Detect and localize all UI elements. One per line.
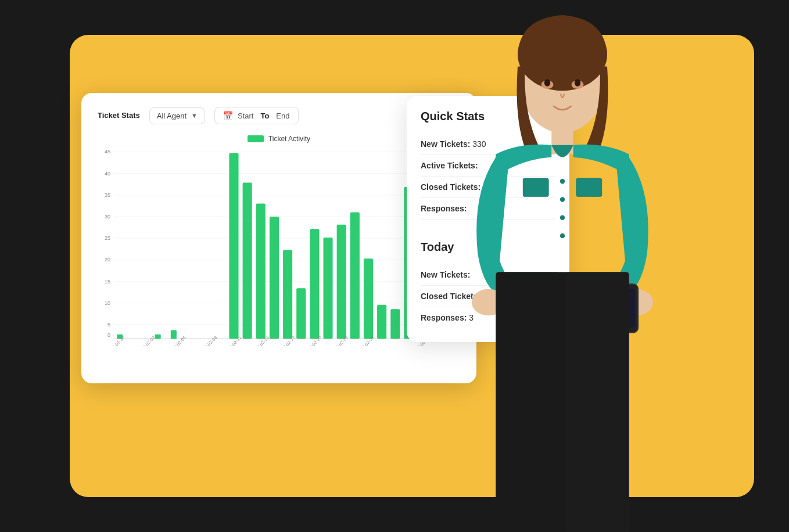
chevron-down-icon: ▼: [191, 112, 198, 119]
svg-rect-22: [171, 330, 177, 339]
svg-rect-34: [377, 305, 386, 339]
svg-text:2023-02-08: 2023-02-08: [199, 335, 218, 346]
svg-rect-32: [350, 212, 360, 339]
svg-point-57: [560, 179, 565, 184]
legend-color-box: [248, 135, 264, 142]
person-svg: [429, 0, 696, 532]
agent-select-dropdown[interactable]: All Agent ▼: [149, 107, 205, 124]
svg-rect-33: [364, 258, 373, 339]
person-image: [429, 0, 696, 532]
svg-text:25: 25: [105, 235, 110, 241]
date-to-label: To: [260, 112, 269, 120]
svg-rect-23: [229, 153, 238, 339]
svg-rect-25: [256, 204, 266, 339]
svg-rect-35: [390, 309, 400, 339]
ticket-stats-label: Ticket Stats: [98, 111, 140, 120]
svg-rect-28: [296, 288, 306, 339]
chart-area: Ticket Activity 45 40 35 30 25 20 15 10 …: [98, 135, 460, 367]
agent-select-value: All Agent: [157, 112, 187, 120]
svg-text:15: 15: [105, 278, 110, 284]
svg-rect-69: [565, 272, 629, 532]
svg-text:0: 0: [107, 332, 110, 338]
svg-point-55: [575, 79, 580, 86]
date-end-placeholder: End: [276, 112, 289, 120]
date-start-placeholder: Start: [238, 112, 253, 120]
svg-rect-21: [155, 335, 161, 339]
svg-rect-62: [576, 178, 602, 196]
card-header: Ticket Stats All Agent ▼ 📅 Start To End: [98, 107, 460, 124]
svg-rect-29: [310, 229, 319, 339]
svg-point-58: [560, 197, 565, 202]
bar-chart: 45 40 35 30 25 20 15 10 5 0: [98, 149, 460, 346]
date-range-picker[interactable]: 📅 Start To End: [214, 107, 299, 124]
svg-rect-61: [523, 178, 548, 196]
svg-text:5: 5: [107, 322, 110, 328]
svg-text:45: 45: [105, 149, 110, 154]
legend-label: Ticket Activity: [268, 135, 310, 143]
chart-legend: Ticket Activity: [98, 135, 460, 143]
svg-text:35: 35: [105, 192, 110, 198]
svg-text:30: 30: [105, 214, 110, 220]
svg-point-60: [560, 233, 565, 238]
svg-text:2023-02-02: 2023-02-02: [137, 335, 156, 346]
svg-rect-24: [243, 182, 252, 339]
calendar-icon: 📅: [223, 111, 233, 120]
svg-rect-27: [283, 250, 292, 339]
svg-rect-68: [496, 272, 560, 532]
svg-text:40: 40: [105, 170, 110, 176]
svg-point-54: [544, 79, 550, 86]
svg-text:20: 20: [105, 257, 110, 263]
svg-text:10: 10: [105, 300, 110, 306]
svg-text:2023-02-05: 2023-02-05: [167, 335, 187, 346]
svg-point-59: [560, 215, 565, 220]
svg-rect-31: [337, 225, 346, 339]
svg-rect-30: [323, 238, 332, 339]
svg-rect-26: [270, 217, 279, 339]
